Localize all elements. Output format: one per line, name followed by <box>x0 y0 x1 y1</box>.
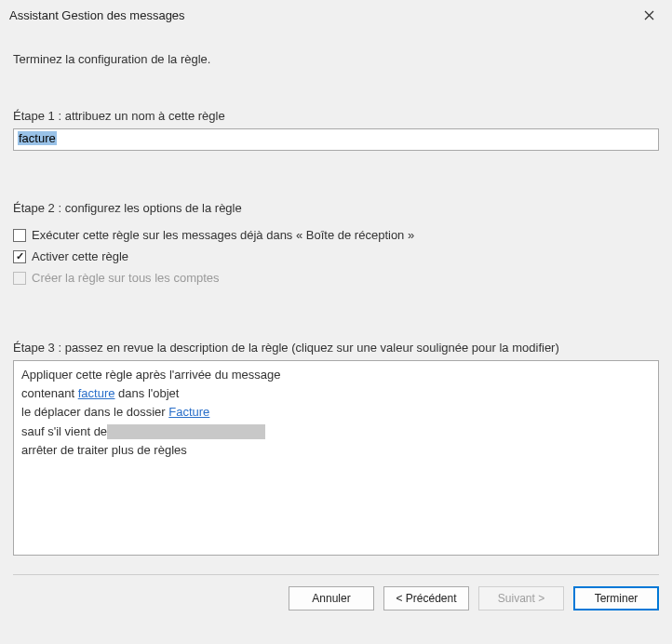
desc-line-except: sauf s'il vient de <box>21 423 651 440</box>
desc-redacted-sender <box>107 424 265 439</box>
window-title: Assistant Gestion des messages <box>9 8 635 22</box>
checkbox-activate-rule[interactable]: Activer cette règle <box>13 249 659 263</box>
checkbox-label: Exécuter cette règle sur les messages dé… <box>32 228 414 242</box>
step3-label: Étape 3 : passez en revue la description… <box>13 341 659 355</box>
titlebar: Assistant Gestion des messages <box>0 0 672 30</box>
desc-link-subject-text[interactable]: facture <box>78 386 115 400</box>
desc-line-stop: arrêter de traiter plus de règles <box>21 442 651 459</box>
checkbox-run-existing[interactable]: Exécuter cette règle sur les messages dé… <box>13 228 659 242</box>
cancel-button[interactable]: Annuler <box>289 586 374 610</box>
checkbox-icon <box>13 250 26 263</box>
button-separator <box>13 574 659 575</box>
close-icon[interactable] <box>635 1 663 29</box>
desc-link-folder[interactable]: Facture <box>168 405 209 419</box>
rule-name-input[interactable]: facture <box>13 128 659 151</box>
button-bar: Annuler < Précédent Suivant > Terminer <box>13 586 659 616</box>
rule-name-value: facture <box>18 131 57 145</box>
checkbox-label: Créer la règle sur tous les comptes <box>32 271 220 285</box>
step2-label: Étape 2 : configurez les options de la r… <box>13 201 659 215</box>
dialog-content: Terminez la configuration de la règle. É… <box>0 30 672 644</box>
previous-button[interactable]: < Précédent <box>383 586 469 610</box>
rule-description-box[interactable]: Appliquer cette règle après l'arrivée du… <box>13 360 659 556</box>
intro-text: Terminez la configuration de la règle. <box>13 52 659 66</box>
checkbox-label: Activer cette règle <box>32 249 128 263</box>
checkbox-icon <box>13 272 26 285</box>
rules-wizard-dialog: Assistant Gestion des messages Terminez … <box>0 0 672 644</box>
checkbox-all-accounts: Créer la règle sur tous les comptes <box>13 271 659 285</box>
desc-line-move: le déplacer dans le dossier Facture <box>21 404 651 421</box>
next-button: Suivant > <box>478 586 564 610</box>
checkbox-icon <box>13 229 26 242</box>
step1-label: Étape 1 : attribuez un nom à cette règle <box>13 109 659 123</box>
desc-line-containing: contenant facture dans l'objet <box>21 385 651 402</box>
finish-button[interactable]: Terminer <box>573 586 659 610</box>
desc-line-apply: Appliquer cette règle après l'arrivée du… <box>21 367 651 383</box>
